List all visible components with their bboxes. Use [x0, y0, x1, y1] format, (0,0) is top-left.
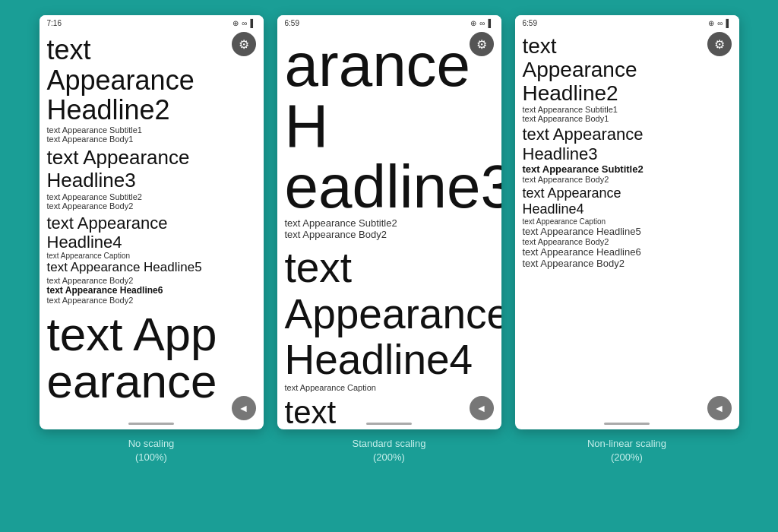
body1-right: text Appearance Body1: [523, 114, 732, 123]
battery-icon-left: ▌: [250, 19, 255, 27]
phone-wrapper-center: 6:59 ⊕ ∞ ▌ ⚙ arance H eadline3 text Appe…: [277, 15, 501, 464]
signal-icon-center: ⊕: [470, 19, 476, 27]
headline2-left: text Appearance Headline3: [47, 147, 256, 192]
scroll-button-right[interactable]: ◄: [707, 396, 732, 420]
caption-right: text Appearance Caption: [523, 217, 732, 226]
status-bar-right: 6:59 ⊕ ∞ ▌: [515, 15, 739, 30]
headline4-right: text Appearance Headline5: [523, 226, 732, 237]
bottom-line-center: [366, 423, 412, 425]
phone-left: 7:16 ⊕ ∞ ▌ ⚙ text Appearance Headline2 t…: [40, 15, 264, 429]
phone-content-center: arance H eadline3 text Appearance Subtit…: [277, 30, 501, 429]
wifi-icon-left: ∞: [242, 19, 247, 27]
signal-icon-left: ⊕: [232, 19, 239, 27]
status-icons-center: ⊕ ∞ ▌: [470, 19, 493, 27]
settings-button-right[interactable]: ⚙: [707, 32, 732, 56]
wifi-icon-center: ∞: [479, 19, 485, 27]
phone-center: 6:59 ⊕ ∞ ▌ ⚙ arance H eadline3 text Appe…: [277, 15, 501, 429]
body2b-left: text Appearance Body2: [47, 276, 256, 285]
headline5-left: text Appearance Headline6: [47, 285, 256, 296]
headline1-right: text Appearance Headline2: [523, 35, 732, 105]
phone-content-left: text Appearance Headline2 text Appearanc…: [40, 30, 264, 429]
body2b-right: text Appearance Body2: [523, 237, 732, 246]
label-left: No scaling(100%): [128, 437, 175, 464]
body2-right: text Appearance Body2: [523, 175, 732, 184]
subtitle1-right: text Appearance Subtitle1: [523, 105, 732, 114]
headline2-center: text Appearance Headline4: [285, 245, 494, 383]
phone-wrapper-left: 7:16 ⊕ ∞ ▌ ⚙ text Appearance Headline2 t…: [40, 15, 264, 464]
status-bar-left: 7:16 ⊕ ∞ ▌: [40, 15, 264, 30]
phone-content-right: text Appearance Headline2 text Appearanc…: [515, 30, 739, 429]
body2-left: text Appearance Body2: [47, 201, 256, 211]
body2c-right: text Appearance Body2: [523, 258, 732, 269]
body2-center: text Appearance Body2: [285, 229, 494, 240]
body2c-left: text Appearance Body2: [47, 296, 256, 305]
battery-icon-center: ▌: [488, 19, 493, 27]
signal-icon-right: ⊕: [708, 19, 714, 27]
label-right: Non-linear scaling(200%): [587, 437, 666, 464]
phone-right: 6:59 ⊕ ∞ ▌ ⚙ text Appearance Headline2 t…: [515, 15, 739, 429]
main-container: 7:16 ⊕ ∞ ▌ ⚙ text Appearance Headline2 t…: [0, 0, 778, 532]
headline4-left: text Appearance Headline5: [47, 260, 256, 275]
battery-icon-right: ▌: [726, 19, 731, 27]
status-bar-center: 6:59 ⊕ ∞ ▌: [277, 15, 501, 30]
subtitle1-left: text Appearance Subtitle1: [47, 125, 256, 135]
headline3-left: text Appearance Headline4: [47, 214, 256, 252]
caption-center: text Appearance Caption: [285, 383, 494, 392]
status-icons-left: ⊕ ∞ ▌: [232, 19, 255, 27]
settings-button-left[interactable]: ⚙: [232, 32, 256, 56]
big-text-left: text App earance: [47, 311, 256, 405]
status-icons-right: ⊕ ∞ ▌: [708, 19, 731, 27]
phone-wrapper-right: 6:59 ⊕ ∞ ▌ ⚙ text Appearance Headline2 t…: [515, 15, 739, 464]
status-time-center: 6:59: [285, 19, 299, 27]
bottom-line-right: [604, 423, 650, 425]
status-time-right: 6:59: [523, 19, 537, 27]
scroll-button-center[interactable]: ◄: [470, 396, 494, 420]
subtitle2-right: text Appearance Subtitle2: [523, 163, 732, 175]
body1-left: text Appearance Body1: [47, 135, 256, 144]
headline5-right: text Appearance Headline6: [523, 246, 732, 258]
caption-left: text Appearance Caption: [47, 252, 256, 260]
headline1-left: text Appearance Headline2: [47, 35, 256, 125]
bottom-line-left: [128, 423, 174, 425]
wifi-icon-right: ∞: [717, 19, 723, 27]
headline3-right: text Appearance Headline4: [523, 185, 732, 217]
headline1-center: arance H eadline3: [285, 35, 494, 217]
headline2-right: text Appearance Headline3: [523, 125, 732, 163]
subtitle2-left: text Appearance Subtitle2: [47, 192, 256, 201]
settings-button-center[interactable]: ⚙: [470, 32, 494, 56]
status-time-left: 7:16: [47, 19, 62, 27]
scroll-button-left[interactable]: ◄: [232, 396, 256, 420]
label-center: Standard scaling(200%): [353, 437, 426, 464]
